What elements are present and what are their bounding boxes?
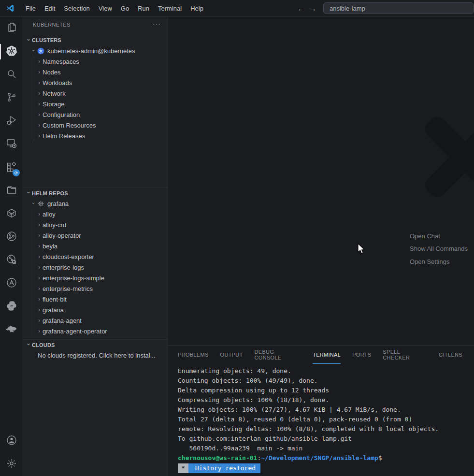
helm-icon [37,200,44,207]
activity-item-kangaroo[interactable] [0,318,23,342]
shortcut-open-chat[interactable]: Open Chat [410,230,468,243]
tree-item[interactable]: ›fluent-bit [23,294,168,304]
tree-item-label: beyla [43,243,57,250]
history-restored-badge: *History restored [178,463,474,473]
tree-item-label: Workloads [43,79,72,87]
activity-item-container[interactable] [0,202,23,226]
menu-run[interactable]: Run [133,0,154,17]
tree-item-label: enterprise-metrics [43,285,93,292]
menu-terminal[interactable]: Terminal [154,0,186,17]
terminal-line: Writing objects: 100% (27/27), 4.67 KiB … [178,405,474,415]
chevron-right-icon: › [36,101,43,107]
tree-item-label: grafana [43,306,64,314]
back-arrow-icon[interactable]: ← [297,4,304,13]
activity-item-explorer[interactable] [0,17,23,40]
shortcut-show-all-commands[interactable]: Show All Commands [410,243,468,256]
tree-item[interactable]: ›Network [23,88,168,99]
tree-item[interactable]: ›beyla [23,241,168,251]
tree-item[interactable]: ›cloudcost-exporter [23,251,168,262]
commit-graph-search-icon [6,254,17,267]
activity-item-folder[interactable] [0,179,23,202]
tree-item[interactable]: ›Nodes [23,67,168,77]
panel-tab-terminal[interactable]: TERMINAL [313,346,341,364]
menu-go[interactable]: Go [116,0,133,17]
activity-item-remote-explorer[interactable] [0,133,23,156]
tree-item[interactable]: ›Configuration [23,109,168,120]
prompt-path: ~/Development/SNGP/ansible-lamp [261,454,378,462]
chevron-right-icon: › [36,296,43,303]
activity-item-python[interactable] [0,295,23,318]
tree-item[interactable]: ›enterprise-logs-simple [23,273,168,283]
tree-item[interactable]: ›alloy-crd [23,219,168,230]
tree-item[interactable]: ›grafana-agent [23,315,168,326]
kubernetes-cluster-icon [37,47,44,55]
activity-item-ansible[interactable] [0,272,23,295]
sidebar-title: KUBERNETES [33,22,71,28]
panel-tab-spell-checker[interactable]: SPELL CHECKER [383,346,427,364]
letterpress-x-watermark [400,92,474,222]
menu-file[interactable]: File [21,0,40,17]
prompt-user: chernousov@ws-rain-01 [178,454,257,462]
more-actions-icon[interactable]: ··· [153,20,161,28]
source-control-icon [6,91,17,105]
panel-tab-gitlens[interactable]: GITLENS [439,346,462,364]
chevron-right-icon: › [36,306,43,313]
terminal-line: Counting objects: 100% (49/49), done. [178,376,474,386]
vscode-window: FileEditSelectionViewGoRunTerminalHelp ←… [0,0,474,476]
activity-item-settings-gear[interactable] [0,453,23,476]
activity-bar-bottom [0,430,23,476]
section-header-helm-repos[interactable]: ⌄HELM REPOS [23,188,168,198]
tree-item-label: alloy-crd [43,221,66,229]
section-clouds: ⌄CLOUDSNo clouds registered. Click here … [23,339,168,361]
activity-item-search[interactable] [0,63,23,87]
chevron-right-icon: › [36,232,43,239]
activity-item-kubernetes[interactable] [0,40,23,63]
panel-tab-ports[interactable]: PORTS [352,346,371,364]
menu-edit[interactable]: Edit [40,0,59,17]
tree-item[interactable]: ⌄grafana [23,198,168,209]
chevron-right-icon: › [36,111,43,118]
clouds-install-link[interactable]: No clouds registered. Click here to inst… [23,350,168,361]
command-center-search[interactable]: ansible-lamp [323,2,474,14]
menu-view[interactable]: View [94,0,116,17]
tree-item[interactable]: ›Workloads [23,77,168,88]
chevron-right-icon: › [36,58,43,65]
activity-item-extensions[interactable]: ⟳ [0,156,23,179]
tree-item[interactable]: ›Helm Releases [23,130,168,141]
activity-item-run-debug[interactable] [0,110,23,133]
tree-item[interactable]: ›alloy [23,209,168,219]
tree-item[interactable]: ›grafana-agent-operator [23,326,168,336]
tree-item[interactable]: ›Storage [23,99,168,109]
container-icon [6,207,17,221]
chevron-right-icon: › [36,221,43,228]
menu-help[interactable]: Help [186,0,208,17]
terminal-output[interactable]: Enumerating objects: 49, done.Counting o… [168,364,474,476]
activity-item-git-graph[interactable] [0,226,23,249]
tree-item-label: grafana [47,200,69,207]
tree-item[interactable]: ›Custom Resources [23,120,168,130]
panel-tabs: PROBLEMSOUTPUTDEBUG CONSOLETERMINALPORTS… [168,346,474,364]
chevron-right-icon: › [36,243,43,249]
tree-item[interactable]: ›grafana [23,304,168,315]
section-header-clouds[interactable]: ⌄CLOUDS [23,339,168,350]
tree-item[interactable]: ›alloy-operator [23,230,168,241]
chevron-right-icon: › [36,122,43,129]
forward-arrow-icon[interactable]: → [309,4,316,13]
panel-tab-debug-console[interactable]: DEBUG CONSOLE [255,346,302,364]
tree-item[interactable]: ›enterprise-metrics [23,283,168,294]
activity-item-source-control[interactable] [0,87,23,110]
panel-tab-output[interactable]: OUTPUT [220,346,243,364]
tree-item[interactable]: ›Namespaces [23,56,168,67]
shortcut-open-settings[interactable]: Open Settings [410,255,468,268]
terminal-line: 560190d..99aa239 main -> main [178,444,474,453]
menu-selection[interactable]: Selection [59,0,94,17]
chevron-right-icon: › [36,264,43,271]
panel-tab-problems[interactable]: PROBLEMS [178,346,209,364]
tree-item[interactable]: ›enterprise-logs [23,262,168,273]
mouse-cursor [357,243,365,256]
tree-item-label: grafana-agent-operator [43,328,107,335]
section-header-clusters[interactable]: ⌄CLUSTERS [23,35,168,45]
activity-item-account[interactable] [0,430,23,453]
tree-item[interactable]: ⌄kubernetes-admin@kubernetes [23,45,168,56]
activity-item-commit-graph-search[interactable] [0,249,23,272]
